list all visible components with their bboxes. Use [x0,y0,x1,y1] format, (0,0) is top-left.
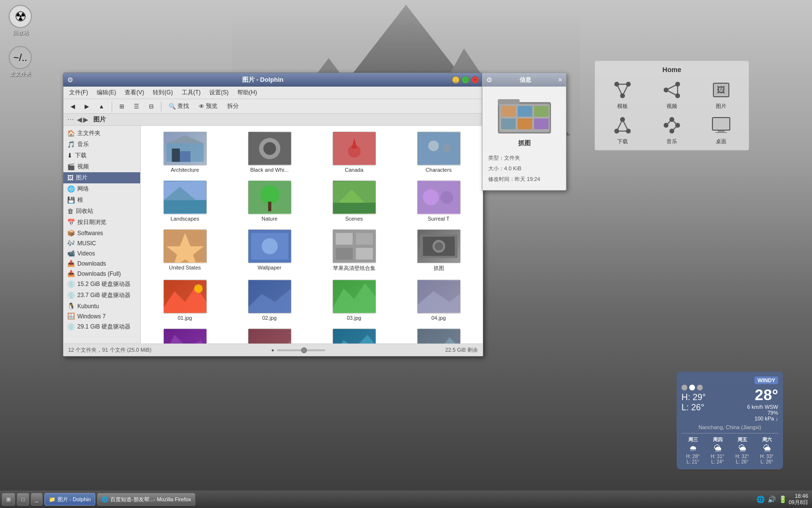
menu-edit[interactable]: 编辑(E) [95,88,118,98]
preview-button[interactable]: 👁 预览 [195,101,221,112]
menu-go[interactable]: 转到(G) [151,88,174,98]
sidebar-item-trash[interactable]: 🗑 回收站 [63,206,140,217]
loc-forward-arrow[interactable]: ▶ [83,116,88,123]
file-item-02jpg[interactable]: 02.jpg [229,278,310,323]
4jpg-thumb [417,329,461,344]
maximize-button[interactable]: □ [462,76,469,84]
taskbar-sys-btn2[interactable]: □ [17,493,29,506]
menu-help[interactable]: 帮助(H) [235,88,259,98]
file-item-03jpg[interactable]: 03.jpg [314,278,394,323]
svg-line-32 [666,120,672,125]
svg-line-16 [666,84,678,90]
sidebar-item-music[interactable]: 🎵 音乐 [63,139,140,150]
menu-settings[interactable]: 设置(S) [207,88,231,98]
file-item-apple[interactable]: 苹果高清壁纸合集 [314,227,394,274]
svg-marker-40 [166,135,203,144]
loc-back-arrow[interactable]: ◀ [77,116,82,123]
home-downloads-item[interactable]: 下载 [600,114,645,145]
file-item-scenes[interactable]: Scenes [314,179,394,224]
file-item-3jpg[interactable]: 3.jpg [314,327,394,344]
sidebar-item-windows7[interactable]: 🪟 Windows 7 [63,311,140,321]
column-view-button[interactable]: ⊟ [145,102,157,111]
taskbar-sys-btn3[interactable]: _ [31,493,43,506]
file-item-4jpg[interactable]: 4.jpg [398,327,479,344]
info-panel-title: 信息 [520,76,531,84]
file-item-04jpg[interactable]: 04.jpg [398,278,479,323]
zoom-slider[interactable]: ● [271,347,325,353]
menu-tools[interactable]: 工具(T) [180,88,203,98]
sidebar-item-disk1[interactable]: 💿 15.2 GiB 硬盘驱动器 [63,279,140,290]
file-item-characters[interactable]: Characters [398,130,479,175]
sidebar-item-music2[interactable]: 🎶 MUSIC [63,238,140,248]
svg-line-33 [672,120,678,125]
info-panel-settings-icon[interactable]: ⚙ [486,76,493,84]
sidebar-item-downloads-full[interactable]: 📥 Downloads (Full) [63,269,140,279]
root-sidebar-icon: 💾 [67,196,75,204]
sidebar-item-disk3[interactable]: 💿 29.1 GiB 硬盘驱动器 [63,321,140,332]
taskbar-sys-btn1[interactable]: ⊞ [2,493,15,506]
up-button[interactable]: ▲ [95,102,108,111]
sidebar-item-softwares[interactable]: 📦 Softwares [63,228,140,238]
file-item-1jpg[interactable]: 1.jpg [145,327,225,344]
disk2-sidebar-icon: 💿 [67,292,75,299]
recycle-bin-icon[interactable]: ☢ 回收站 [5,5,36,36]
svg-rect-93 [418,329,460,344]
weather-temp: 28° [747,386,778,404]
file-item-01jpg[interactable]: 01.jpg [145,278,225,323]
back-button[interactable]: ◀ [67,102,78,111]
desktop-home-label: 桌面 [716,138,726,145]
forecast-fri-icon: 🌦 [731,444,754,453]
sidebar-item-videos2[interactable]: 📹 Videos [63,248,140,258]
file-item-blackwhite[interactable]: Black and Whi... [229,130,310,175]
canada-thumb [333,132,376,165]
weather-wind: 6 km/h WSW 79% 100 kPa ↓ [747,404,778,421]
home-music-item[interactable]: 音乐 [649,114,695,145]
close-button[interactable]: × [471,76,479,84]
grid-view-button[interactable]: ⊞ [116,102,128,111]
home-desktop-item[interactable]: 桌面 [698,114,744,145]
info-panel: ⚙ 信息 × 抓图 类型：文件夹 大小：4.0 KiB 修改时间： [482,73,566,191]
home-pictures-item[interactable]: 🖼 图片 [698,78,744,110]
sidebar-item-home[interactable]: 🏠 主文件夹 [63,128,140,139]
3jpg-thumb [333,329,376,344]
list-view-button[interactable]: ☰ [130,102,143,111]
sidebar-item-downloads[interactable]: ⬇ 下载 [63,150,140,161]
sidebar-item-disk2[interactable]: 💿 23.7 GiB 硬盘驱动器 [63,290,140,301]
home-folder-desktop-icon[interactable]: ~/.. 主文件夹 [5,46,36,77]
home-videos-item[interactable]: 视频 [649,78,695,110]
file-item-nature[interactable]: Nature [229,179,310,224]
slider-track[interactable] [277,349,325,351]
sidebar-item-videos[interactable]: 🎬 视频 [63,161,140,172]
menu-file[interactable]: 文件(F) [67,88,90,98]
taskbar-dolphin-btn[interactable]: 📁 图片 - Dolphin [44,493,95,506]
file-item-surreal[interactable]: Surreal T [398,179,479,224]
svg-line-11 [617,84,623,96]
apple-thumb [333,229,376,263]
menu-view[interactable]: 查看(V) [123,88,146,98]
sidebar-item-root[interactable]: 💾 根 [63,194,140,206]
minimize-button[interactable]: _ [452,76,460,84]
taskbar-firefox-btn[interactable]: 🌐 百度知道-朋友帮...- Mozilla Firefox [97,493,195,506]
file-item-wallpaper[interactable]: Wallpaper [229,227,310,274]
blackwhite-label: Black and Whi... [250,167,289,173]
sidebar-item-history[interactable]: 📅 按日期浏览 [63,217,140,228]
dolphin-file-grid: Architecture Black and Whi... Canada [141,126,483,344]
statusbar-disk: 22.5 GiB 剩余 [445,346,478,354]
sidebar-item-kubuntu[interactable]: 🐧 Kubuntu [63,301,140,311]
file-item-architecture[interactable]: Architecture [145,130,225,175]
file-item-canada[interactable]: Canada [314,130,394,175]
search-button[interactable]: 🔍 查找 [165,101,192,112]
svg-rect-36 [712,118,730,130]
file-item-capture[interactable]: 抓图 [398,227,479,274]
sidebar-item-downloads2[interactable]: 📥 Downloads [63,258,140,269]
sidebar-item-network[interactable]: 🌐 网络 [63,183,140,194]
sidebar-item-pictures[interactable]: 🖼 图片 [63,172,140,183]
split-button[interactable]: 拆分 [224,101,242,112]
home-templates-item[interactable]: 模板 [600,78,645,110]
file-item-us[interactable]: United States [145,227,225,274]
weather-widget: H: 29° L: 26° WINDY 28° 6 km/h WSW 79% 1… [677,372,783,469]
info-panel-close-icon[interactable]: × [558,76,562,84]
file-item-landscapes[interactable]: Landscapes [145,179,225,224]
forward-button[interactable]: ▶ [81,102,92,111]
file-item-2jpg[interactable]: 2.jpg [229,327,310,344]
